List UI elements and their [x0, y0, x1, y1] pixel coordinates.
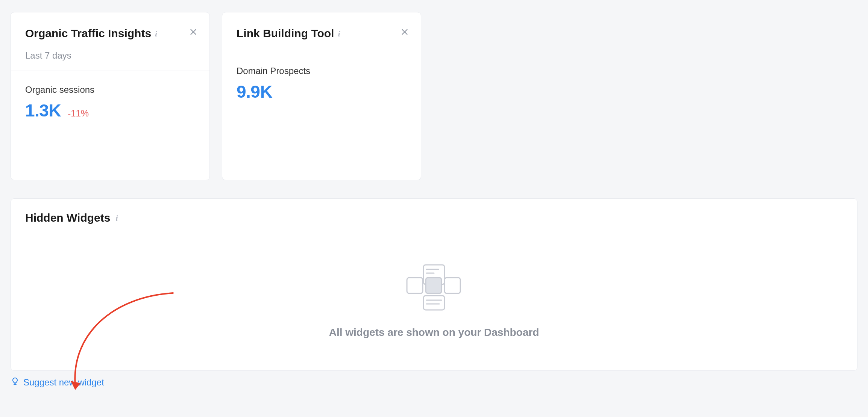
info-icon[interactable]: i: [338, 28, 340, 39]
empty-message: All widgets are shown on your Dashboard: [329, 325, 539, 340]
widget-subheader: Last 7 days: [25, 50, 194, 61]
svg-rect-10: [423, 296, 445, 310]
svg-rect-9: [445, 278, 460, 293]
empty-widgets-icon: [404, 263, 464, 313]
info-icon[interactable]: i: [115, 213, 118, 223]
widget-title: Organic Traffic Insights i: [25, 26, 176, 41]
metric-delta: -11%: [68, 108, 89, 119]
metric-value-row: 9.9K: [237, 82, 407, 102]
widget-body: Domain Prospects 9.9K: [222, 52, 421, 118]
hidden-widgets-title: Hidden Widgets: [25, 212, 110, 224]
widget-body: Organic sessions 1.3K -11%: [11, 71, 209, 136]
close-icon[interactable]: [401, 27, 409, 38]
widget-header: Link Building Tool i: [222, 12, 421, 52]
metric-value: 1.3K: [25, 100, 61, 121]
widget-header: Organic Traffic Insights i Last 7 days: [11, 12, 209, 71]
info-icon[interactable]: i: [155, 28, 157, 39]
metric-value: 9.9K: [237, 82, 272, 102]
widget-card-link-building: Link Building Tool i Domain Prospects 9.…: [222, 12, 421, 180]
widget-card-organic-traffic: Organic Traffic Insights i Last 7 days O…: [11, 12, 210, 180]
widget-title-text: Link Building Tool: [237, 26, 334, 41]
widget-row: Organic Traffic Insights i Last 7 days O…: [11, 12, 857, 180]
metric-label: Organic sessions: [25, 85, 195, 95]
suggest-new-widget-link[interactable]: Suggest new widget: [11, 377, 104, 388]
widget-title: Link Building Tool i: [237, 26, 387, 41]
close-icon[interactable]: [189, 27, 197, 38]
lightbulb-icon: [11, 377, 20, 388]
hidden-widgets-body: All widgets are shown on your Dashboard: [11, 235, 857, 370]
hidden-widgets-panel: Hidden Widgets i All widgets are shown o…: [11, 198, 857, 371]
metric-label: Domain Prospects: [237, 66, 407, 76]
svg-rect-8: [426, 278, 442, 293]
svg-rect-7: [407, 278, 423, 293]
widget-title-text: Organic Traffic Insights: [25, 26, 151, 41]
hidden-widgets-header: Hidden Widgets i: [11, 199, 857, 235]
metric-value-row: 1.3K -11%: [25, 100, 195, 121]
suggest-link-label: Suggest new widget: [23, 377, 104, 388]
